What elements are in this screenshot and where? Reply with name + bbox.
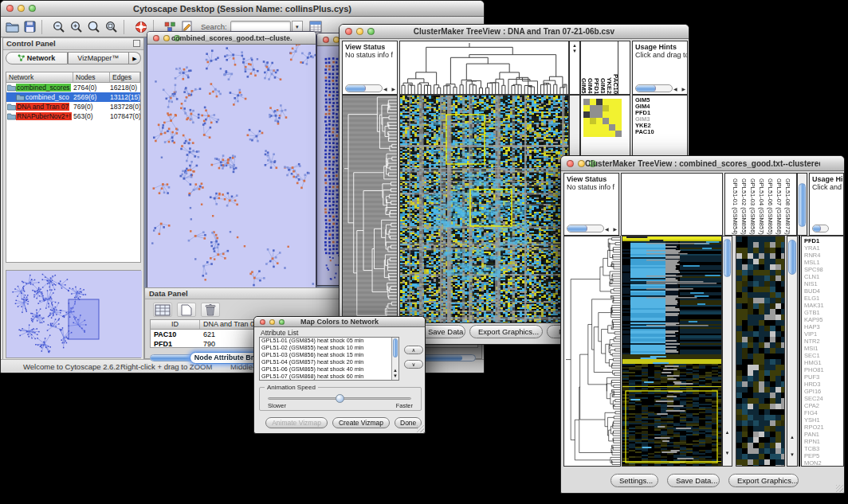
tv1-status-hscrollbar[interactable]: ◀▶ (345, 84, 395, 92)
tv1-header-vscroll-strip[interactable]: ▲▼ (569, 41, 580, 95)
tv2-header-vscrollbar[interactable] (797, 173, 807, 236)
network-table-row[interactable]: DNA and Tran 07 769(0) 183728(0) (6, 102, 140, 111)
tv2-gene-label[interactable]: MSL1 (804, 259, 843, 266)
close-icon[interactable] (567, 160, 574, 167)
tv1-col-label[interactable]: PAC10 (613, 43, 618, 94)
tv2-gene-label[interactable]: TCB3 (804, 445, 843, 452)
tv2-gene-label[interactable]: PEP5 (804, 452, 843, 459)
tv2-gene-label[interactable]: CPA2 (804, 402, 843, 409)
overview-canvas[interactable] (6, 271, 142, 357)
tv2-gene-label[interactable]: SEC24 (804, 395, 843, 402)
attribute-list-item[interactable]: GPL51-02 (GSM855) heat shock 10 min (260, 345, 398, 352)
tv2-gene-label[interactable]: YSH1 (804, 416, 843, 424)
tv2-gene-label[interactable]: HAP3 (804, 323, 843, 330)
dialog-button[interactable]: Animate Vizmap (265, 417, 328, 428)
tv2-col-label[interactable]: GPL51-01 (GSM854) (730, 174, 739, 235)
tv1-col-label[interactable]: GIM3 (600, 43, 607, 94)
tv1-gene-label[interactable]: YKE2 (635, 123, 687, 129)
tv2-gene-label[interactable]: HRD3 (804, 381, 843, 388)
network-canvas[interactable] (147, 45, 316, 288)
tv2-hints-hscrollbar[interactable] (812, 225, 842, 232)
tv2-gene-label[interactable]: FIG4 (804, 409, 843, 416)
tv2-zoom-vscrollbar[interactable]: ▲▼ (787, 236, 798, 467)
tv2-gene-label[interactable]: RPN1 (804, 438, 843, 445)
tv2-col-label[interactable]: GPL51-06 (GSM865) (765, 174, 774, 235)
dialog-button[interactable]: Create Vizmap (332, 417, 390, 428)
close-icon[interactable] (323, 37, 329, 43)
resize-grip[interactable] (417, 425, 424, 432)
attribute-list-item[interactable]: GPL51-01 (GSM854) heat shock 05 min (260, 338, 398, 345)
tv2-gene-label[interactable]: MAK31 (804, 302, 843, 309)
tv1-save-data-button[interactable]: Save Data... (419, 325, 465, 338)
tv1-col-label[interactable]: GIM5 (581, 43, 587, 94)
tv1-heatmap[interactable] (399, 95, 569, 323)
help-icon[interactable] (135, 21, 147, 33)
tv2-gene-label[interactable]: SPC98 (804, 266, 843, 273)
tv2-settings-button[interactable]: Settings... (610, 474, 658, 487)
tv1-gene-label[interactable]: GIM5 (635, 97, 687, 104)
tv2-heatmap[interactable] (622, 236, 722, 467)
tv2-status-hscrollbar[interactable]: ◀▶ (567, 225, 617, 232)
tv1-col-label[interactable]: PFD1 (594, 43, 600, 94)
speed-slider[interactable] (268, 397, 411, 400)
tv2-gene-label[interactable]: PFD1 (804, 237, 843, 244)
tv2-gene-label[interactable]: MSI1 (804, 345, 843, 352)
tab-more-arrow[interactable]: ▶ (129, 52, 141, 64)
close-icon[interactable] (153, 35, 159, 41)
close-icon[interactable] (260, 319, 265, 325)
tv1-gene-label[interactable]: GIM4 (635, 104, 687, 110)
tv2-gene-label[interactable]: BUD4 (804, 287, 843, 295)
tv2-gene-label[interactable]: NTR2 (804, 338, 843, 345)
tv2-gene-label[interactable]: HMG1 (804, 359, 843, 366)
tv2-gene-label[interactable]: PHO81 (804, 366, 843, 373)
tv1-gene-label[interactable]: PFD1 (635, 110, 687, 116)
tv2-gene-label[interactable]: SEC1 (804, 352, 843, 359)
tv2-col-label[interactable]: GPL51-08 (GSM872) (783, 174, 791, 235)
tv2-export-graphics-button[interactable]: Export Graphics... (728, 474, 799, 487)
tv1-col-label[interactable]: YKE2 (607, 43, 613, 94)
tv2-column-dendrogram-area[interactable] (621, 173, 723, 236)
tv2-gene-label[interactable]: GPI16 (804, 388, 843, 395)
move-up-button[interactable]: ∧ (404, 346, 423, 354)
tv2-gene-label[interactable]: PUF3 (804, 373, 843, 381)
delete-attribute-icon[interactable] (201, 303, 220, 317)
tv1-hints-hscrollbar[interactable]: ◀▶ (635, 84, 685, 92)
tv1-similarity-matrix[interactable] (583, 99, 622, 137)
tab-network[interactable]: Network (6, 52, 68, 64)
tv2-gene-label[interactable]: RNR4 (804, 252, 843, 259)
tv2-gene-label[interactable]: GTB1 (804, 309, 843, 316)
treeview2-titlebar[interactable]: ClusterMaker TreeView : combined_scores_… (561, 156, 844, 171)
dialog-titlebar[interactable]: Map Colors to Network (254, 317, 425, 327)
network-table-row[interactable]: combined_scores 2764(0) 16218(0) (6, 83, 140, 92)
tv1-column-dendrogram[interactable] (399, 41, 569, 95)
attribute-list-item[interactable]: GPL51-07 (GSM868) heat shock 60 min (260, 373, 398, 381)
zoom-out-button[interactable] (53, 21, 65, 33)
tv1-col-label[interactable]: GIM4 (587, 43, 594, 94)
tv2-gene-label[interactable]: RPO21 (804, 424, 843, 431)
tv2-col-label[interactable]: GPL51-02 (GSM855) (739, 174, 748, 235)
tv2-col-label[interactable]: GPL51-04 (GSM857) (756, 174, 765, 235)
minimize-icon[interactable] (356, 28, 363, 35)
network-table-row[interactable]: combined_sco 2569(6) 13112(15) (6, 92, 140, 102)
zoom-in-button[interactable] (70, 21, 83, 33)
tv2-gene-label[interactable]: YRA1 (804, 244, 843, 252)
tv2-gene-label[interactable]: CLN1 (804, 273, 843, 280)
tv2-row-dendrogram[interactable] (563, 236, 621, 467)
minimize-icon[interactable] (163, 35, 170, 41)
new-attribute-icon[interactable] (177, 303, 196, 317)
tab-vizmapper[interactable]: VizMapper™ (68, 52, 130, 64)
minimize-icon[interactable] (269, 319, 275, 325)
zoom-fit-button[interactable] (105, 21, 118, 33)
network-titlebar[interactable]: combined_scores_good.txt--cluste... (147, 32, 316, 45)
attribute-listbox[interactable]: GPL51-01 (GSM854) heat shock 05 minGPL51… (259, 337, 399, 381)
minimize-icon[interactable] (578, 160, 585, 167)
network-table-row[interactable]: RNAPuberNov2+! 563(0) 107847(0) (6, 111, 140, 121)
select-attributes-icon[interactable] (153, 303, 172, 317)
network-overview-panel[interactable] (6, 270, 141, 358)
attribute-list-item[interactable]: GPL51-03 (GSM856) heat shock 15 min (260, 352, 398, 359)
tv2-gene-label[interactable]: VIP1 (804, 330, 843, 338)
attribute-list-vscrollbar[interactable]: ▲▼ (391, 338, 398, 380)
open-button[interactable] (6, 21, 19, 33)
resize-grip[interactable] (836, 485, 843, 492)
save-button[interactable] (24, 21, 36, 33)
